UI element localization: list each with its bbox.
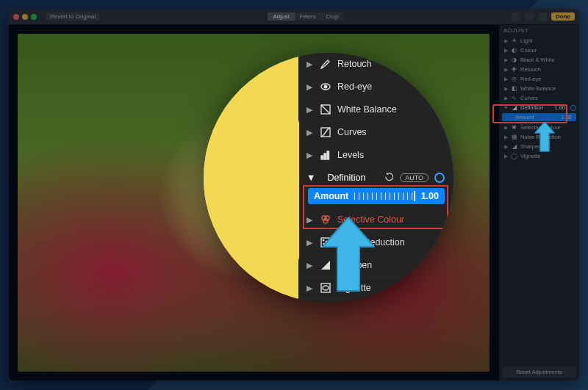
inspector-item-light[interactable]: ▶☀Light [499,36,579,46]
curves-icon: ∿ [511,95,517,101]
inspector-item-retouch[interactable]: ▶✚Retouch [499,65,579,74]
svg-rect-5 [324,154,326,159]
toolbar-mini-2[interactable] [525,12,534,21]
redeye-icon [320,81,331,93]
toolbar-mini-1[interactable] [512,12,520,21]
toolbar-mini-3[interactable] [538,12,547,21]
inspector-item-definition[interactable]: ▼ ◢ Definition 1.00 [499,103,579,112]
revert-button[interactable]: Revert to Original [46,12,100,21]
reset-icon[interactable] [384,172,394,184]
annotation-arrow-small [532,122,557,153]
inspector-item-redeye[interactable]: ▶◎Red-eye [499,74,579,84]
inspector-label: Definition [520,104,551,111]
svg-point-1 [324,85,327,88]
fullscreen-icon[interactable] [31,14,37,20]
inspector-item-bw[interactable]: ▶◑Black & White [499,55,579,65]
selective-colour-icon: ✱ [511,124,517,131]
window-controls[interactable] [13,14,37,20]
done-button[interactable]: Done [551,12,575,21]
inspector-label: Curves [520,95,538,101]
vignette-icon: ◯ [511,153,517,159]
photos-app-window: Revert to Original Adjust Filters Crop D… [9,9,579,380]
curves-icon [320,126,331,138]
amount-label: Amount [515,114,534,120]
lens-item-levels[interactable]: ▶ Levels [299,144,453,167]
inspector-label: White Balance [520,85,556,92]
editor-mode-tabs[interactable]: Adjust Filters Crop [268,12,343,21]
toolbar: Revert to Original Adjust Filters Crop D… [9,9,579,25]
sharpen-icon: ◢ [511,143,517,150]
tab-crop[interactable]: Crop [320,12,343,21]
zoom-lens: ▶ Retouch ▶ Red-eye ▶ White Balance ▶ Cu… [204,53,453,303]
amount-value: 1.00 [561,114,572,120]
light-icon: ☀ [511,37,517,44]
status-ring-icon [434,173,445,183]
redeye-icon: ◎ [511,76,517,82]
retouch-icon: ✚ [511,66,517,73]
inspector-label: Colour [520,47,537,54]
definition-icon: ◢ [511,104,517,111]
lens-label: Curves [337,127,445,137]
inspector-label: Retouch [520,66,541,73]
lens-item-definition[interactable]: ▼ Definition AUTO [299,167,453,186]
amount-label: Amount [314,191,348,201]
svg-rect-4 [321,156,323,159]
noise-icon: ▦ [511,134,517,140]
lens-label: White Balance [337,104,445,115]
inspector-item-wb[interactable]: ▶◧White Balance [499,84,579,93]
inspector-label: Red-eye [520,76,541,82]
wb-icon [320,104,331,115]
auto-button[interactable]: AUTO [400,173,429,182]
amount-value: 1.00 [421,191,439,201]
wb-icon: ◧ [511,85,517,92]
retouch-icon [320,58,331,70]
inspector-item-colour[interactable]: ▶◐Colour [499,46,579,55]
slider-track[interactable] [354,192,415,200]
definition-amount-row[interactable]: Amount 1.00 [502,113,576,121]
reset-adjustments-button[interactable]: Reset Adjustments [502,366,576,378]
definition-amount-slider[interactable]: Amount 1.00 [308,188,445,204]
annotation-arrow [315,217,381,298]
inspector-label: Black & White [520,57,555,63]
inspector-footer: Reset Adjustments [499,364,579,380]
bw-icon: ◑ [511,57,517,63]
colour-icon: ◐ [511,47,517,54]
inspector-header: ADJUST [499,25,579,36]
tab-adjust[interactable]: Adjust [268,12,294,21]
inspector-label: Light [520,37,532,44]
lens-item-curves[interactable]: ▶ Curves [299,121,453,144]
lens-label: Levels [337,150,445,160]
adjust-inspector: ADJUST ▶☀Light ▶◐Colour ▶◑Black & White … [498,25,579,380]
close-icon[interactable] [13,14,19,20]
inspector-item-curves[interactable]: ▶∿Curves [499,93,579,103]
definition-value: 1.00 [554,104,565,111]
svg-rect-6 [327,151,329,159]
status-ring-icon [570,105,576,111]
minimize-icon[interactable] [22,14,28,20]
levels-icon [320,149,331,161]
lens-label: Definition [327,173,379,183]
inspector-label: Vignette [520,153,540,159]
tab-filters[interactable]: Filters [295,12,321,21]
